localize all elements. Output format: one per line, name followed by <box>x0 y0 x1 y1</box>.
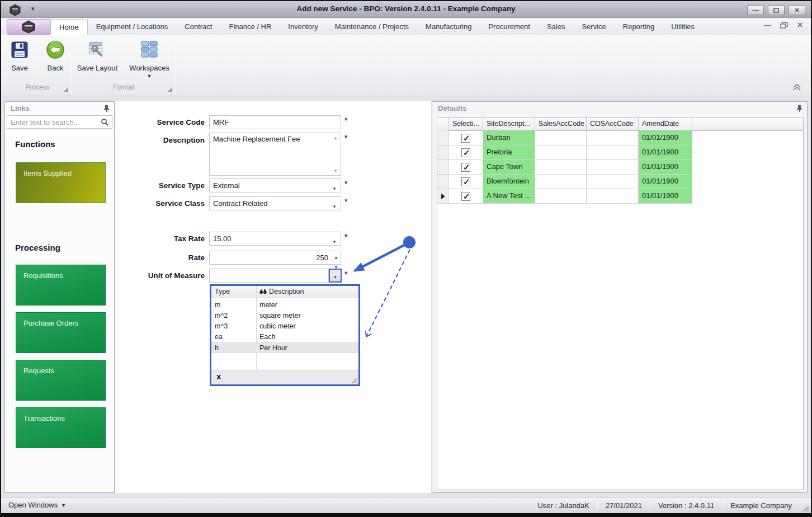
maximize-button[interactable] <box>768 5 785 15</box>
tab-equipment-locations[interactable]: Equipment / Locations <box>88 19 177 35</box>
sales-acc-cell[interactable] <box>535 189 587 204</box>
tab-procurement[interactable]: Procurement <box>480 19 538 35</box>
grid-header-amend-date[interactable]: AmendDate <box>639 118 692 131</box>
scroll-up-icon[interactable]: ▲ <box>333 135 338 140</box>
selected-cell[interactable] <box>449 175 483 189</box>
save-button[interactable]: Save <box>4 38 35 72</box>
tab-contract[interactable]: Contract <box>176 19 220 35</box>
site-cell[interactable]: Cape Town <box>483 160 535 175</box>
selected-cell[interactable] <box>449 160 483 175</box>
cos-acc-cell[interactable] <box>587 175 639 189</box>
popup-column-description-label: Description <box>269 288 304 295</box>
sales-acc-cell[interactable] <box>535 175 587 189</box>
selected-cell[interactable] <box>449 145 483 160</box>
application-menu-button[interactable] <box>7 19 50 35</box>
service-code-input[interactable] <box>209 115 341 129</box>
uom-option-m2[interactable]: m^2 square meter <box>211 311 358 321</box>
chevron-down-icon[interactable] <box>332 237 337 245</box>
resize-grip-icon[interactable] <box>801 504 809 511</box>
search-icon[interactable] <box>101 118 109 126</box>
service-type-select[interactable]: External <box>209 178 341 192</box>
checkbox-checked-icon[interactable] <box>461 148 470 157</box>
sidebar-item-items-supplied[interactable]: Items Supplied <box>16 162 106 203</box>
mdi-restore-button[interactable] <box>780 22 788 29</box>
sales-acc-cell[interactable] <box>535 131 587 145</box>
sidebar-item-purchase-orders[interactable]: Purchase Orders <box>16 312 106 353</box>
tab-maintenance-projects[interactable]: Maintenance / Projects <box>327 19 417 35</box>
mdi-close-button[interactable]: ✕ <box>797 21 803 29</box>
checkbox-checked-icon[interactable] <box>461 192 470 201</box>
chevron-down-icon[interactable] <box>332 184 337 192</box>
dialog-launcher-icon[interactable] <box>64 87 68 92</box>
workspaces-button[interactable]: Workspaces ▼ <box>126 38 173 79</box>
grid-header-site-description[interactable]: SiteDescript... <box>483 118 535 131</box>
amend-date-cell[interactable]: 01/01/1900 <box>639 160 692 175</box>
tab-manufacturing[interactable]: Manufacturing <box>417 19 480 35</box>
popup-column-type[interactable]: Type <box>215 288 230 295</box>
uom-option-m3[interactable]: m^3 cubic meter <box>211 321 358 332</box>
tab-sales[interactable]: Sales <box>539 19 574 35</box>
pin-icon[interactable] <box>103 105 110 112</box>
amend-date-cell[interactable]: 01/01/1900 <box>639 131 692 145</box>
links-panel: Links Functions Items Supplied Processin… <box>4 101 115 493</box>
cos-acc-cell[interactable] <box>587 145 639 160</box>
back-button[interactable]: Back <box>40 38 70 72</box>
amend-date-cell[interactable]: 01/01/1900 <box>639 145 692 160</box>
unit-of-measure-dropdown-button[interactable] <box>329 269 342 283</box>
sidebar-item-requests[interactable]: Requests <box>16 360 106 401</box>
selected-cell[interactable] <box>449 131 483 145</box>
cos-acc-cell[interactable] <box>587 160 639 175</box>
tab-service[interactable]: Service <box>573 19 614 35</box>
scroll-down-icon[interactable]: ▼ <box>333 168 338 173</box>
checkbox-checked-icon[interactable] <box>461 177 470 186</box>
popup-column-description[interactable]: Description <box>259 288 304 295</box>
open-windows-button[interactable]: Open Windows ▼ <box>8 501 66 509</box>
site-cell[interactable]: Durban <box>483 131 535 145</box>
rate-stepper[interactable]: 250 <box>209 251 341 265</box>
resize-grip-icon[interactable] <box>350 376 357 383</box>
sales-acc-cell[interactable] <box>535 160 587 175</box>
grid-header-sales-acc-code[interactable]: SalesAccCode <box>535 118 587 131</box>
tab-home[interactable]: Home <box>50 19 88 35</box>
uom-option-ea[interactable]: ea Each <box>211 332 358 342</box>
sidebar-item-requisitions[interactable]: Requisitions <box>16 265 106 306</box>
tab-finance-hr[interactable]: Finance / HR <box>220 19 280 35</box>
checkbox-checked-icon[interactable] <box>461 134 470 143</box>
uom-option-m[interactable]: m meter <box>211 300 358 311</box>
collapse-ribbon-icon[interactable] <box>792 83 802 91</box>
service-form: Service Code * Description Machine Repla… <box>115 101 431 493</box>
tax-rate-select[interactable]: 15.00 <box>209 232 341 246</box>
tab-inventory[interactable]: Inventory <box>280 19 326 35</box>
pin-icon[interactable] <box>796 105 802 112</box>
sidebar-item-transactions[interactable]: Transactions <box>16 407 106 448</box>
amend-date-cell[interactable]: 01/01/1900 <box>639 189 692 204</box>
close-button[interactable]: ✕ <box>789 5 805 15</box>
checkbox-checked-icon[interactable] <box>461 163 470 172</box>
dialog-launcher-icon[interactable] <box>168 87 172 92</box>
selected-cell[interactable] <box>449 189 483 204</box>
chevron-down-icon[interactable] <box>332 201 337 210</box>
maximize-icon <box>773 8 779 13</box>
minimize-button[interactable]: — <box>747 5 764 15</box>
description-input[interactable]: Machine Replacement Fee <box>209 133 341 176</box>
popup-close-button[interactable]: x <box>216 372 221 380</box>
unit-of-measure-input[interactable] <box>209 269 329 283</box>
grid-header-cos-acc-code[interactable]: COSAccCode <box>587 118 639 131</box>
search-input[interactable] <box>7 116 112 128</box>
site-cell[interactable]: A New Test ... <box>483 189 535 204</box>
grid-header-selected[interactable]: Selecti... <box>449 118 483 131</box>
amend-date-cell[interactable]: 01/01/1900 <box>639 175 692 189</box>
tab-reporting[interactable]: Reporting <box>615 19 663 35</box>
cos-acc-cell[interactable] <box>587 131 639 145</box>
service-class-select[interactable]: Contract Related <box>209 196 341 210</box>
save-layout-button[interactable]: Save Layout <box>74 38 120 79</box>
site-cell[interactable]: Bloemfontein <box>483 175 535 189</box>
sales-acc-cell[interactable] <box>535 145 587 160</box>
title-bar: ▾ Add new Service - BPO: Version 2.4.0.1… <box>1 1 811 18</box>
mdi-minimize-button[interactable]: — <box>764 21 771 29</box>
tab-utilities[interactable]: Utilities <box>663 19 703 35</box>
site-cell[interactable]: Pretoria <box>483 145 535 160</box>
uom-option-h[interactable]: h Per Hour <box>211 342 358 353</box>
cos-acc-cell[interactable] <box>587 189 639 204</box>
spin-up-icon[interactable] <box>334 252 338 261</box>
